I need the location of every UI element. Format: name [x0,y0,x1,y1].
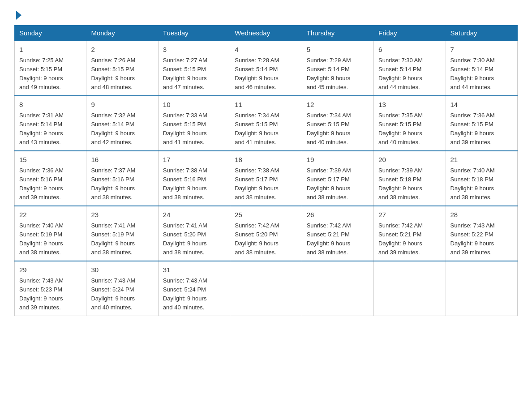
calendar-day-cell: 11Sunrise: 7:34 AMSunset: 5:15 PMDayligh… [230,96,302,151]
day-info: Sunrise: 7:36 AMSunset: 5:15 PMDaylight:… [450,112,495,146]
day-number: 26 [307,210,369,220]
calendar-day-cell: 31Sunrise: 7:43 AMSunset: 5:24 PMDayligh… [158,261,230,316]
day-info: Sunrise: 7:35 AMSunset: 5:15 PMDaylight:… [378,112,423,146]
day-info: Sunrise: 7:40 AMSunset: 5:18 PMDaylight:… [450,167,495,201]
calendar-day-cell: 7Sunrise: 7:30 AMSunset: 5:14 PMDaylight… [446,41,517,96]
day-info: Sunrise: 7:38 AMSunset: 5:17 PMDaylight:… [235,167,279,201]
calendar-day-cell: 27Sunrise: 7:42 AMSunset: 5:21 PMDayligh… [374,206,446,261]
day-info: Sunrise: 7:30 AMSunset: 5:14 PMDaylight:… [378,57,423,90]
weekday-header-sunday: Sunday [15,26,86,41]
day-number: 20 [378,155,441,165]
day-number: 17 [163,155,225,165]
day-number: 15 [19,155,82,165]
calendar-week-row: 8Sunrise: 7:31 AMSunset: 5:14 PMDaylight… [15,96,518,151]
weekday-header-row: SundayMondayTuesdayWednesdayThursdayFrid… [15,26,518,41]
day-info: Sunrise: 7:39 AMSunset: 5:17 PMDaylight:… [307,167,351,201]
day-number: 13 [378,100,441,110]
day-number: 6 [378,45,441,55]
day-info: Sunrise: 7:38 AMSunset: 5:16 PMDaylight:… [163,167,207,201]
weekday-header-tuesday: Tuesday [158,26,230,41]
day-info: Sunrise: 7:34 AMSunset: 5:15 PMDaylight:… [307,112,351,146]
calendar-day-cell: 12Sunrise: 7:34 AMSunset: 5:15 PMDayligh… [302,96,373,151]
day-number: 5 [307,45,369,55]
day-info: Sunrise: 7:41 AMSunset: 5:19 PMDaylight:… [91,222,135,256]
day-info: Sunrise: 7:26 AMSunset: 5:15 PMDaylight:… [91,57,135,90]
day-info: Sunrise: 7:32 AMSunset: 5:14 PMDaylight:… [91,112,135,146]
calendar-day-cell: 14Sunrise: 7:36 AMSunset: 5:15 PMDayligh… [446,96,517,151]
calendar-empty-cell [230,261,302,316]
calendar-day-cell: 16Sunrise: 7:37 AMSunset: 5:16 PMDayligh… [86,151,158,206]
day-number: 18 [235,155,297,165]
day-info: Sunrise: 7:43 AMSunset: 5:22 PMDaylight:… [450,222,495,256]
day-info: Sunrise: 7:30 AMSunset: 5:14 PMDaylight:… [450,57,495,90]
calendar-week-row: 1Sunrise: 7:25 AMSunset: 5:15 PMDaylight… [15,41,518,96]
day-number: 7 [450,45,513,55]
day-info: Sunrise: 7:43 AMSunset: 5:23 PMDaylight:… [19,277,64,311]
weekday-header-saturday: Saturday [446,26,517,41]
weekday-header-monday: Monday [86,26,158,41]
day-number: 3 [163,45,225,55]
day-number: 8 [19,100,82,110]
day-number: 2 [91,45,153,55]
calendar-empty-cell [446,261,517,316]
day-info: Sunrise: 7:41 AMSunset: 5:20 PMDaylight:… [163,222,207,256]
day-number: 19 [307,155,369,165]
day-number: 27 [378,210,441,220]
day-info: Sunrise: 7:33 AMSunset: 5:15 PMDaylight:… [163,112,207,146]
day-number: 4 [235,45,297,55]
calendar-day-cell: 2Sunrise: 7:26 AMSunset: 5:15 PMDaylight… [86,41,158,96]
day-info: Sunrise: 7:42 AMSunset: 5:21 PMDaylight:… [307,222,351,256]
day-info: Sunrise: 7:34 AMSunset: 5:15 PMDaylight:… [235,112,279,146]
day-info: Sunrise: 7:43 AMSunset: 5:24 PMDaylight:… [91,277,135,311]
logo [14,11,22,20]
day-number: 9 [91,100,153,110]
day-number: 1 [19,45,82,55]
calendar-day-cell: 22Sunrise: 7:40 AMSunset: 5:19 PMDayligh… [15,206,86,261]
calendar-day-cell: 28Sunrise: 7:43 AMSunset: 5:22 PMDayligh… [446,206,517,261]
calendar-week-row: 29Sunrise: 7:43 AMSunset: 5:23 PMDayligh… [15,261,518,316]
day-info: Sunrise: 7:31 AMSunset: 5:14 PMDaylight:… [19,112,64,146]
calendar-day-cell: 1Sunrise: 7:25 AMSunset: 5:15 PMDaylight… [15,41,86,96]
day-info: Sunrise: 7:25 AMSunset: 5:15 PMDaylight:… [19,57,64,90]
day-info: Sunrise: 7:42 AMSunset: 5:20 PMDaylight:… [235,222,279,256]
day-info: Sunrise: 7:27 AMSunset: 5:15 PMDaylight:… [163,57,207,90]
logo-triangle-icon [16,11,21,20]
calendar-day-cell: 29Sunrise: 7:43 AMSunset: 5:23 PMDayligh… [15,261,86,316]
day-info: Sunrise: 7:36 AMSunset: 5:16 PMDaylight:… [19,167,64,201]
calendar-week-row: 22Sunrise: 7:40 AMSunset: 5:19 PMDayligh… [15,206,518,261]
calendar-day-cell: 23Sunrise: 7:41 AMSunset: 5:19 PMDayligh… [86,206,158,261]
day-number: 16 [91,155,153,165]
day-info: Sunrise: 7:42 AMSunset: 5:21 PMDaylight:… [378,222,423,256]
day-number: 28 [450,210,513,220]
calendar-day-cell: 30Sunrise: 7:43 AMSunset: 5:24 PMDayligh… [86,261,158,316]
logo-area [14,11,22,18]
day-number: 10 [163,100,225,110]
calendar-day-cell: 25Sunrise: 7:42 AMSunset: 5:20 PMDayligh… [230,206,302,261]
weekday-header-thursday: Thursday [302,26,373,41]
calendar-day-cell: 20Sunrise: 7:39 AMSunset: 5:18 PMDayligh… [374,151,446,206]
calendar-day-cell: 9Sunrise: 7:32 AMSunset: 5:14 PMDaylight… [86,96,158,151]
day-number: 23 [91,210,153,220]
calendar-day-cell: 21Sunrise: 7:40 AMSunset: 5:18 PMDayligh… [446,151,517,206]
day-number: 14 [450,100,513,110]
day-number: 21 [450,155,513,165]
day-number: 24 [163,210,225,220]
calendar-day-cell: 3Sunrise: 7:27 AMSunset: 5:15 PMDaylight… [158,41,230,96]
calendar-week-row: 15Sunrise: 7:36 AMSunset: 5:16 PMDayligh… [15,151,518,206]
calendar-table: SundayMondayTuesdayWednesdayThursdayFrid… [14,25,518,316]
calendar-day-cell: 6Sunrise: 7:30 AMSunset: 5:14 PMDaylight… [374,41,446,96]
calendar-day-cell: 13Sunrise: 7:35 AMSunset: 5:15 PMDayligh… [374,96,446,151]
day-info: Sunrise: 7:29 AMSunset: 5:14 PMDaylight:… [307,57,351,90]
calendar-empty-cell [302,261,373,316]
day-number: 29 [19,265,82,275]
day-info: Sunrise: 7:40 AMSunset: 5:19 PMDaylight:… [19,222,64,256]
weekday-header-friday: Friday [374,26,446,41]
day-info: Sunrise: 7:37 AMSunset: 5:16 PMDaylight:… [91,167,135,201]
day-number: 12 [307,100,369,110]
day-number: 22 [19,210,82,220]
day-number: 30 [91,265,153,275]
calendar-day-cell: 18Sunrise: 7:38 AMSunset: 5:17 PMDayligh… [230,151,302,206]
calendar-day-cell: 4Sunrise: 7:28 AMSunset: 5:14 PMDaylight… [230,41,302,96]
calendar-day-cell: 26Sunrise: 7:42 AMSunset: 5:21 PMDayligh… [302,206,373,261]
calendar-day-cell: 17Sunrise: 7:38 AMSunset: 5:16 PMDayligh… [158,151,230,206]
